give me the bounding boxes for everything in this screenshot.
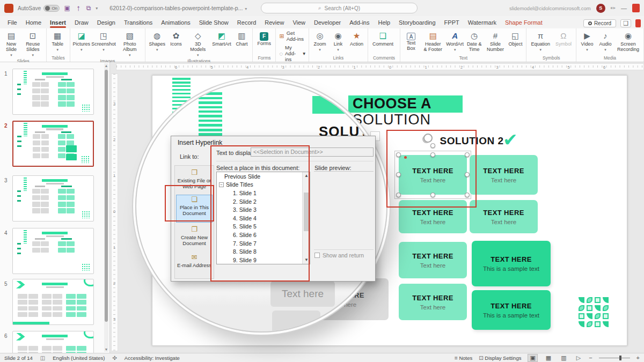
tab-insert[interactable]: Insert [46,18,70,28]
normal-view-button[interactable]: ▣ [528,354,537,362]
date-time-button[interactable]: ◷Date & Time [464,29,485,53]
accessibility-status[interactable]: Accessibility: Investigate [125,355,180,361]
present-icon[interactable]: 𝥦 [75,4,82,12]
notes-button[interactable]: ≡ Notes [455,355,472,361]
zoom-out-button[interactable]: − [589,354,592,361]
table-button[interactable]: ▦Table▾ [48,29,67,53]
tab-slide-show[interactable]: Slide Show [195,18,233,28]
tab-add-ins[interactable]: Add-ins [345,18,374,28]
show-and-return-checkbox[interactable] [314,253,320,258]
text-placeholder-box[interactable]: TEXT HEREText here [399,242,467,278]
tab-record[interactable]: Record [233,18,260,28]
zoom-in-button[interactable]: + [636,354,640,361]
mini-solution2-label [61,79,72,80]
text-placeholder-box[interactable]: TEXT HEREThis is a sample text [472,241,551,286]
save-icon[interactable]: ▣ [64,4,70,12]
pictures-button[interactable]: ◪Pictures▾ [72,29,91,53]
text-placeholder-box[interactable]: TEXT HEREText here [399,284,467,320]
my-add-ins-button[interactable]: ◌My Add-ins▾ [277,44,306,63]
forms-button[interactable]: FForms [254,29,274,47]
slide-thumbnail-1[interactable] [12,69,94,115]
tab-design[interactable]: Design [93,18,120,28]
reading-view-button[interactable]: ▥ [559,354,568,361]
slide-title-line1[interactable]: CHOOSE A [353,95,431,112]
header-footer-button[interactable]: ▤Header & Footer [420,29,446,53]
tab-review[interactable]: Review [260,18,288,28]
text-placeholder-box[interactable]: TEXT HEREText here [470,200,538,233]
mini-icons-column [17,243,21,255]
qat-chevron-icon[interactable]: ▾ [96,6,98,11]
screenshot-button[interactable]: ◳Screenshot▾ [91,29,116,53]
theme-icon[interactable]: ◫ [40,355,45,361]
slide-sorter-view-button[interactable]: ▦ [544,354,553,361]
tab-view[interactable]: View [288,18,310,28]
link-button[interactable]: ◉Link▾ [329,29,347,53]
tab-fppt[interactable]: FPPT [440,18,464,28]
dropdown-arrow-icon: ▾ [319,47,321,53]
avatar[interactable]: S [596,4,605,13]
language-status[interactable]: English (United States) [53,355,105,361]
create-new-document-button[interactable]: ❐Create New Document [176,225,213,252]
chart-button[interactable]: ▥Chart [232,29,251,47]
action-button[interactable]: ★Action [347,29,366,47]
equation-button[interactable]: πEquation▾ [528,29,553,53]
object-button[interactable]: ◱Object [506,29,524,47]
thumbnail-scrollbar[interactable]: ▲ ▼ [104,63,108,352]
audio-button[interactable]: ♪Audio▾ [596,29,614,53]
get-add-ins-button[interactable]: ⊞Get Add-ins [277,29,306,42]
tab-animations[interactable]: Animations [157,18,194,28]
presenter-coach-icon[interactable] [635,19,641,27]
photo-album-button[interactable]: ▧Photo Album▾ [116,29,143,58]
comment-button[interactable]: ❑Comment [370,29,396,47]
smartart-button[interactable]: ◩SmartArt [210,29,232,47]
pen-icon[interactable]: ✏ [611,5,616,12]
scroll-up-icon[interactable]: ▲ [104,64,108,68]
new-slide-button[interactable]: ▤New Slide▾ [2,29,21,58]
zoom-slider[interactable] [599,358,630,358]
scrollbar-thumb[interactable] [105,70,108,322]
search-input[interactable]: ⌕ Search (Alt+Q) [261,3,418,13]
workspace: ▲ ▼ 123456 6543210123456 3210123 CHOOSE … [0,62,644,353]
tab-shape-format[interactable]: Shape Format [501,18,547,28]
zoom-button[interactable]: ◎Zoom▾ [311,29,329,53]
tab-storyboarding[interactable]: Storyboarding [394,18,440,28]
text-placeholder-box[interactable]: TEXT HEREThis is a sample text [472,290,551,330]
slide-thumbnail-3[interactable] [12,175,94,221]
tab-home[interactable]: Home [21,18,46,28]
tab-help[interactable]: Help [374,18,394,28]
e-mail-address-button[interactable]: ✉E-mail Address [176,253,213,278]
tab-file[interactable]: File [3,18,21,28]
mini-cell-green [58,202,66,207]
minimize-icon[interactable]: — [621,5,627,11]
3d-models-button[interactable]: ◇3D Models▾ [185,29,211,58]
tab-developer[interactable]: Developer [310,18,345,28]
slide-thumbnail-4[interactable] [12,228,94,274]
text-placeholder-box[interactable]: TEXT HEREText here [470,155,538,195]
slide-thumbnail-2[interactable] [12,121,94,167]
header-footer-icon: ▤ [429,31,437,41]
symbol-button[interactable]: ΩSymbol [553,29,574,47]
shapes-button[interactable]: ◍Shapes▾ [147,29,167,53]
display-settings-button[interactable]: ⊡ Display Settings [479,355,521,361]
autosave-toggle[interactable]: On [43,5,60,12]
tab-watermark[interactable]: Watermark [464,18,501,28]
reuse-slides-button[interactable]: ⊡Reuse Slides▾ [21,29,45,58]
document-title[interactable]: 62012-0)-comparison-tables-powerpoint-te… [109,5,247,11]
close-icon[interactable] [632,4,640,12]
text-box-button[interactable]: AText Box [402,29,420,51]
tab-transitions[interactable]: Transitions [120,18,157,28]
scroll-down-icon[interactable]: ▼ [104,348,108,351]
slide-number-button[interactable]: #Slide Number [485,29,507,53]
wordart-button[interactable]: AWordArt▾ [446,29,464,53]
zoom-slider-thumb[interactable] [619,356,621,360]
share-icon[interactable]: ⧉ [86,4,91,12]
screen-recording-button[interactable]: ◉Screen Recording [614,29,642,53]
slide-thumbnail-5[interactable] [12,279,94,325]
slide-title-line2[interactable]: SOLUTION [353,112,431,128]
record-button[interactable]: Record [583,19,616,27]
tab-draw[interactable]: Draw [70,18,93,28]
video-button[interactable]: ▶Video▾ [578,29,596,53]
comments-icon[interactable]: ❑ [620,19,631,27]
icons-button[interactable]: ✿Icons [167,29,185,47]
slideshow-view-button[interactable]: ▷ [575,354,582,361]
